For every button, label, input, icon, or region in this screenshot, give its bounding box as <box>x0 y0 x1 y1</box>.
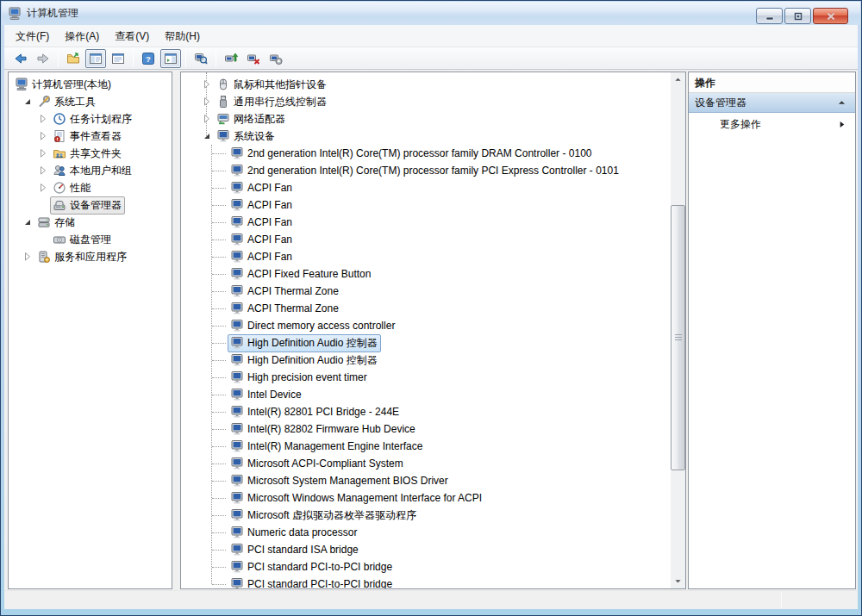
scan-hardware-button[interactable] <box>191 49 211 68</box>
tree-item[interactable]: 系统工具 <box>9 93 99 110</box>
folder-button[interactable] <box>63 49 84 68</box>
device-item[interactable]: ACPI Fan <box>181 196 296 214</box>
device-category[interactable]: 网络适配器 <box>181 110 289 128</box>
device-item[interactable]: Intel Device <box>181 386 305 403</box>
expander-expanded[interactable] <box>21 95 34 109</box>
device-icon <box>230 250 244 264</box>
uninstall-device-button[interactable] <box>243 49 264 68</box>
tree-item-content: 存储 <box>34 214 78 232</box>
expander-collapsed[interactable] <box>36 129 50 143</box>
device-item[interactable]: ACPI Fan <box>181 248 296 265</box>
forward-button[interactable] <box>33 49 53 68</box>
help-button[interactable]: ? <box>138 49 159 68</box>
close-button[interactable] <box>813 8 848 24</box>
device-item-content: PCI standard PCI-to-PCI bridge <box>228 558 396 576</box>
expander-expanded[interactable] <box>200 129 214 143</box>
vertical-scrollbar[interactable] <box>671 72 685 588</box>
device-item[interactable]: ACPI Fan <box>181 214 296 231</box>
device-item[interactable]: ACPI Thermal Zone <box>181 300 342 317</box>
device-item[interactable]: Intel(R) 82802 Firmware Hub Device <box>181 420 419 438</box>
disable-device-icon <box>269 52 283 65</box>
mouse-icon <box>216 78 230 91</box>
computer-management-icon[interactable] <box>8 7 22 21</box>
restore-button[interactable] <box>784 8 811 24</box>
back-icon <box>14 52 28 65</box>
device-item[interactable]: ACPI Fan <box>181 231 296 248</box>
device-item[interactable]: ACPI Fan <box>181 179 296 196</box>
device-item[interactable]: High precision event timer <box>181 369 371 386</box>
show-console-tree-button[interactable] <box>85 49 106 68</box>
device-item[interactable]: PCI standard PCI-to-PCI bridge <box>181 558 396 576</box>
expander-expanded[interactable] <box>21 215 34 229</box>
device-category[interactable]: 系统设备 <box>181 128 278 145</box>
menu-item-4[interactable]: 帮助(H) <box>157 26 208 47</box>
disable-device-button[interactable] <box>265 49 286 68</box>
actions-item-more-actions[interactable]: 更多操作 <box>689 113 855 135</box>
device-item[interactable]: Microsoft Windows Management Interface f… <box>181 489 485 507</box>
device-item[interactable]: Numeric data processor <box>181 524 360 541</box>
device-item[interactable]: ACPI Thermal Zone <box>181 283 342 300</box>
tree-item-label: 性能 <box>70 181 91 196</box>
expander-collapsed[interactable] <box>200 78 214 91</box>
device-item[interactable]: Microsoft System Management BIOS Driver <box>181 472 452 489</box>
chevron-up-icon[interactable] <box>834 96 848 109</box>
device-item-label: ACPI Fan <box>247 233 292 246</box>
forward-icon <box>36 52 50 65</box>
tree-item-content: 共享文件夹 <box>50 145 125 163</box>
tree-item[interactable]: 设备管理器 <box>9 196 125 214</box>
show-action-pane-button[interactable] <box>160 49 181 68</box>
tree-item[interactable]: 任务计划程序 <box>9 110 135 128</box>
tree-item[interactable]: 事件查看器 <box>9 128 125 145</box>
tree-item[interactable]: 本地用户和组 <box>9 162 135 179</box>
expander-collapsed[interactable] <box>36 112 50 126</box>
tree-item[interactable]: 存储 <box>9 214 78 231</box>
menu-item-3[interactable]: 查看(V) <box>107 26 157 47</box>
device-item[interactable]: 2nd generation Intel(R) Core(TM) process… <box>181 162 622 179</box>
expander-collapsed[interactable] <box>21 250 34 264</box>
device-item[interactable]: Microsoft ACPI-Compliant System <box>181 455 407 472</box>
minimize-button[interactable] <box>756 8 783 24</box>
device-item[interactable]: Intel(R) Management Engine Interface <box>181 438 426 455</box>
device-icon <box>230 560 244 574</box>
device-item-content: ACPI Fan <box>228 214 296 231</box>
tree-item[interactable]: 性能 <box>9 179 94 196</box>
tree-item[interactable]: 计算机管理(本地) <box>9 76 115 93</box>
device-item[interactable]: High Definition Audio 控制器 <box>181 334 381 352</box>
device-item[interactable]: 2nd generation Intel(R) Core(TM) process… <box>181 145 595 162</box>
expander-collapsed[interactable] <box>200 112 214 126</box>
device-item[interactable]: Intel(R) 82801 PCI Bridge - 244E <box>181 403 403 420</box>
scroll-thumb[interactable] <box>671 205 685 470</box>
device-item[interactable]: Microsoft 虚拟驱动器枚举器驱动程序 <box>181 507 420 524</box>
tree-item[interactable]: 磁盘管理 <box>9 231 115 248</box>
back-button[interactable] <box>10 49 31 68</box>
expander-collapsed[interactable] <box>36 181 50 195</box>
device-category[interactable]: 通用串行总线控制器 <box>181 93 330 110</box>
update-driver-button[interactable] <box>221 49 241 68</box>
scroll-down-button[interactable] <box>671 574 685 588</box>
toolbar-separator <box>216 50 216 67</box>
device-icon <box>230 164 244 177</box>
actions-group-device-manager[interactable]: 设备管理器 <box>689 93 855 113</box>
expander-collapsed[interactable] <box>36 146 50 160</box>
expander-collapsed[interactable] <box>36 164 50 177</box>
device-item[interactable]: PCI standard ISA bridge <box>181 541 362 558</box>
device-item[interactable]: PCI standard PCI-to-PCI bridge <box>181 576 396 589</box>
tree-item[interactable]: 服务和应用程序 <box>9 248 130 265</box>
menu-item-1[interactable]: 文件(F) <box>8 26 57 47</box>
device-item[interactable]: High Definition Audio 控制器 <box>181 352 381 369</box>
device-item-label: High Definition Audio 控制器 <box>247 353 378 368</box>
tree-item[interactable]: 共享文件夹 <box>9 145 125 162</box>
device-item[interactable]: Direct memory access controller <box>181 317 398 334</box>
properties-button[interactable] <box>108 49 128 68</box>
device-item-content: 2nd generation Intel(R) Core(TM) process… <box>228 145 595 162</box>
title-bar[interactable]: 计算机管理 <box>2 2 860 25</box>
expander-collapsed[interactable] <box>200 95 214 109</box>
device-category[interactable]: 鼠标和其他指针设备 <box>181 76 330 93</box>
device-icon <box>230 233 244 246</box>
device-item-content: Direct memory access controller <box>228 317 398 334</box>
menu-item-2[interactable]: 操作(A) <box>57 26 107 47</box>
device-item[interactable]: ACPI Fixed Feature Button <box>181 265 374 283</box>
scroll-up-button[interactable] <box>671 72 685 87</box>
device-item-label: 2nd generation Intel(R) Core(TM) process… <box>247 165 619 177</box>
event-viewer-icon <box>53 129 66 143</box>
